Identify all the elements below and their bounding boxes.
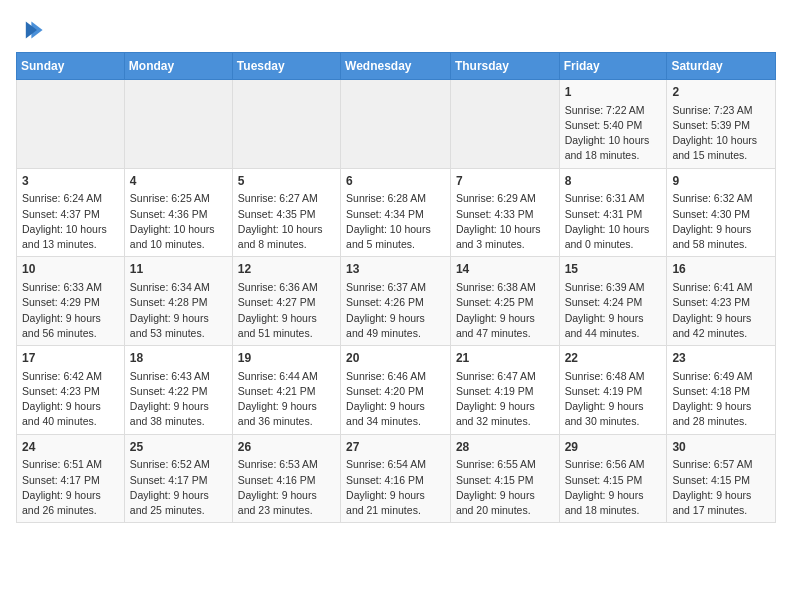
calendar-week-row: 10Sunrise: 6:33 AM Sunset: 4:29 PM Dayli…	[17, 257, 776, 346]
calendar-cell: 5Sunrise: 6:27 AM Sunset: 4:35 PM Daylig…	[232, 168, 340, 257]
weekday-header-wednesday: Wednesday	[341, 53, 451, 80]
header	[16, 16, 776, 44]
day-info: Sunrise: 6:33 AM Sunset: 4:29 PM Dayligh…	[22, 280, 119, 341]
day-number: 13	[346, 261, 445, 278]
day-info: Sunrise: 6:38 AM Sunset: 4:25 PM Dayligh…	[456, 280, 554, 341]
day-info: Sunrise: 6:42 AM Sunset: 4:23 PM Dayligh…	[22, 369, 119, 430]
day-info: Sunrise: 6:47 AM Sunset: 4:19 PM Dayligh…	[456, 369, 554, 430]
day-info: Sunrise: 6:56 AM Sunset: 4:15 PM Dayligh…	[565, 457, 662, 518]
day-number: 8	[565, 173, 662, 190]
calendar-cell: 2Sunrise: 7:23 AM Sunset: 5:39 PM Daylig…	[667, 80, 776, 169]
day-info: Sunrise: 6:54 AM Sunset: 4:16 PM Dayligh…	[346, 457, 445, 518]
weekday-header-row: SundayMondayTuesdayWednesdayThursdayFrid…	[17, 53, 776, 80]
day-number: 18	[130, 350, 227, 367]
day-number: 19	[238, 350, 335, 367]
day-number: 30	[672, 439, 770, 456]
day-info: Sunrise: 6:49 AM Sunset: 4:18 PM Dayligh…	[672, 369, 770, 430]
day-number: 10	[22, 261, 119, 278]
calendar-cell: 23Sunrise: 6:49 AM Sunset: 4:18 PM Dayli…	[667, 346, 776, 435]
calendar-cell: 25Sunrise: 6:52 AM Sunset: 4:17 PM Dayli…	[124, 434, 232, 523]
day-number: 20	[346, 350, 445, 367]
calendar-cell: 11Sunrise: 6:34 AM Sunset: 4:28 PM Dayli…	[124, 257, 232, 346]
day-info: Sunrise: 6:24 AM Sunset: 4:37 PM Dayligh…	[22, 191, 119, 252]
calendar-cell: 3Sunrise: 6:24 AM Sunset: 4:37 PM Daylig…	[17, 168, 125, 257]
day-number: 9	[672, 173, 770, 190]
day-number: 22	[565, 350, 662, 367]
day-info: Sunrise: 6:27 AM Sunset: 4:35 PM Dayligh…	[238, 191, 335, 252]
day-info: Sunrise: 6:32 AM Sunset: 4:30 PM Dayligh…	[672, 191, 770, 252]
day-number: 23	[672, 350, 770, 367]
day-number: 7	[456, 173, 554, 190]
day-number: 5	[238, 173, 335, 190]
calendar-cell: 22Sunrise: 6:48 AM Sunset: 4:19 PM Dayli…	[559, 346, 667, 435]
day-info: Sunrise: 6:44 AM Sunset: 4:21 PM Dayligh…	[238, 369, 335, 430]
day-number: 24	[22, 439, 119, 456]
day-info: Sunrise: 6:41 AM Sunset: 4:23 PM Dayligh…	[672, 280, 770, 341]
day-info: Sunrise: 6:53 AM Sunset: 4:16 PM Dayligh…	[238, 457, 335, 518]
calendar-cell: 19Sunrise: 6:44 AM Sunset: 4:21 PM Dayli…	[232, 346, 340, 435]
calendar-week-row: 3Sunrise: 6:24 AM Sunset: 4:37 PM Daylig…	[17, 168, 776, 257]
calendar-cell: 7Sunrise: 6:29 AM Sunset: 4:33 PM Daylig…	[450, 168, 559, 257]
day-number: 21	[456, 350, 554, 367]
calendar-cell: 28Sunrise: 6:55 AM Sunset: 4:15 PM Dayli…	[450, 434, 559, 523]
calendar-cell: 9Sunrise: 6:32 AM Sunset: 4:30 PM Daylig…	[667, 168, 776, 257]
calendar-cell: 29Sunrise: 6:56 AM Sunset: 4:15 PM Dayli…	[559, 434, 667, 523]
day-number: 4	[130, 173, 227, 190]
day-number: 6	[346, 173, 445, 190]
day-info: Sunrise: 6:51 AM Sunset: 4:17 PM Dayligh…	[22, 457, 119, 518]
day-info: Sunrise: 6:39 AM Sunset: 4:24 PM Dayligh…	[565, 280, 662, 341]
day-info: Sunrise: 7:22 AM Sunset: 5:40 PM Dayligh…	[565, 103, 662, 164]
calendar-week-row: 24Sunrise: 6:51 AM Sunset: 4:17 PM Dayli…	[17, 434, 776, 523]
calendar-cell: 18Sunrise: 6:43 AM Sunset: 4:22 PM Dayli…	[124, 346, 232, 435]
calendar-header: SundayMondayTuesdayWednesdayThursdayFrid…	[17, 53, 776, 80]
day-number: 16	[672, 261, 770, 278]
day-number: 25	[130, 439, 227, 456]
calendar-cell: 8Sunrise: 6:31 AM Sunset: 4:31 PM Daylig…	[559, 168, 667, 257]
calendar-cell: 16Sunrise: 6:41 AM Sunset: 4:23 PM Dayli…	[667, 257, 776, 346]
weekday-header-monday: Monday	[124, 53, 232, 80]
weekday-header-saturday: Saturday	[667, 53, 776, 80]
calendar-cell: 20Sunrise: 6:46 AM Sunset: 4:20 PM Dayli…	[341, 346, 451, 435]
calendar-cell: 27Sunrise: 6:54 AM Sunset: 4:16 PM Dayli…	[341, 434, 451, 523]
day-info: Sunrise: 6:37 AM Sunset: 4:26 PM Dayligh…	[346, 280, 445, 341]
calendar-cell	[450, 80, 559, 169]
day-number: 12	[238, 261, 335, 278]
calendar-body: 1Sunrise: 7:22 AM Sunset: 5:40 PM Daylig…	[17, 80, 776, 523]
day-info: Sunrise: 7:23 AM Sunset: 5:39 PM Dayligh…	[672, 103, 770, 164]
calendar-cell: 24Sunrise: 6:51 AM Sunset: 4:17 PM Dayli…	[17, 434, 125, 523]
calendar-cell	[17, 80, 125, 169]
day-info: Sunrise: 6:31 AM Sunset: 4:31 PM Dayligh…	[565, 191, 662, 252]
day-number: 1	[565, 84, 662, 101]
day-number: 28	[456, 439, 554, 456]
day-info: Sunrise: 6:28 AM Sunset: 4:34 PM Dayligh…	[346, 191, 445, 252]
calendar-cell: 21Sunrise: 6:47 AM Sunset: 4:19 PM Dayli…	[450, 346, 559, 435]
calendar: SundayMondayTuesdayWednesdayThursdayFrid…	[16, 52, 776, 523]
day-number: 3	[22, 173, 119, 190]
day-info: Sunrise: 6:57 AM Sunset: 4:15 PM Dayligh…	[672, 457, 770, 518]
day-info: Sunrise: 6:34 AM Sunset: 4:28 PM Dayligh…	[130, 280, 227, 341]
weekday-header-friday: Friday	[559, 53, 667, 80]
calendar-cell: 30Sunrise: 6:57 AM Sunset: 4:15 PM Dayli…	[667, 434, 776, 523]
day-number: 26	[238, 439, 335, 456]
calendar-cell: 14Sunrise: 6:38 AM Sunset: 4:25 PM Dayli…	[450, 257, 559, 346]
day-number: 27	[346, 439, 445, 456]
day-number: 14	[456, 261, 554, 278]
calendar-cell: 4Sunrise: 6:25 AM Sunset: 4:36 PM Daylig…	[124, 168, 232, 257]
calendar-cell: 1Sunrise: 7:22 AM Sunset: 5:40 PM Daylig…	[559, 80, 667, 169]
logo	[16, 16, 48, 44]
calendar-cell: 26Sunrise: 6:53 AM Sunset: 4:16 PM Dayli…	[232, 434, 340, 523]
day-info: Sunrise: 6:29 AM Sunset: 4:33 PM Dayligh…	[456, 191, 554, 252]
calendar-cell: 10Sunrise: 6:33 AM Sunset: 4:29 PM Dayli…	[17, 257, 125, 346]
calendar-cell	[232, 80, 340, 169]
day-info: Sunrise: 6:46 AM Sunset: 4:20 PM Dayligh…	[346, 369, 445, 430]
day-number: 29	[565, 439, 662, 456]
day-info: Sunrise: 6:43 AM Sunset: 4:22 PM Dayligh…	[130, 369, 227, 430]
calendar-cell: 6Sunrise: 6:28 AM Sunset: 4:34 PM Daylig…	[341, 168, 451, 257]
day-info: Sunrise: 6:55 AM Sunset: 4:15 PM Dayligh…	[456, 457, 554, 518]
calendar-week-row: 1Sunrise: 7:22 AM Sunset: 5:40 PM Daylig…	[17, 80, 776, 169]
day-number: 17	[22, 350, 119, 367]
day-number: 15	[565, 261, 662, 278]
day-info: Sunrise: 6:48 AM Sunset: 4:19 PM Dayligh…	[565, 369, 662, 430]
calendar-cell: 13Sunrise: 6:37 AM Sunset: 4:26 PM Dayli…	[341, 257, 451, 346]
day-number: 11	[130, 261, 227, 278]
